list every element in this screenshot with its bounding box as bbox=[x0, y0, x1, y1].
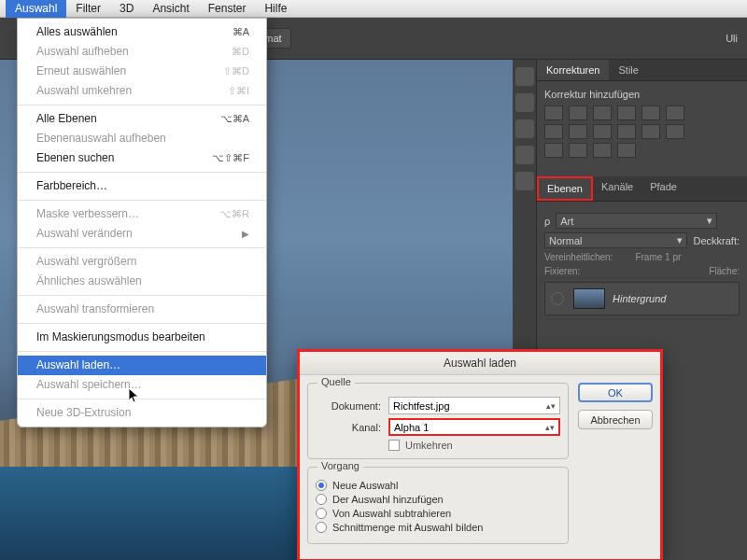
fieldset-quelle: Quelle Dokument: Richtfest.jpg▴▾ Kanal: … bbox=[307, 383, 569, 459]
cancel-button[interactable]: Abbrechen bbox=[578, 410, 653, 429]
menuitem-auswahl-aufheben: Auswahl aufheben⌘D bbox=[18, 42, 266, 62]
eye-icon[interactable] bbox=[551, 292, 564, 305]
menu-separator bbox=[18, 399, 266, 399]
adj-icon[interactable] bbox=[666, 124, 684, 139]
username-label: Uli bbox=[726, 33, 738, 44]
tab-ebenen[interactable]: Ebenen bbox=[537, 176, 593, 201]
panel-icon[interactable] bbox=[515, 119, 534, 138]
layer-filter-select[interactable]: Art▾ bbox=[556, 213, 717, 229]
menubar: Auswahl Filter 3D Ansicht Fenster Hilfe bbox=[0, 0, 747, 18]
adj-icon[interactable] bbox=[617, 124, 636, 139]
frame-label: Frame 1 pr bbox=[635, 252, 681, 262]
dokument-select[interactable]: Richtfest.jpg▴▾ bbox=[388, 397, 560, 414]
adj-icon[interactable] bbox=[617, 105, 636, 120]
dokument-label: Dokument: bbox=[316, 400, 381, 412]
menu-3d[interactable]: 3D bbox=[110, 0, 143, 18]
adj-icon[interactable] bbox=[544, 105, 563, 120]
layer-name: Hintergrund bbox=[613, 293, 666, 304]
radio-icon bbox=[316, 508, 327, 519]
radio-neue-auswahl[interactable]: Neue Auswahl bbox=[316, 480, 560, 491]
kanal-label: Kanal: bbox=[316, 422, 381, 433]
adj-icon[interactable] bbox=[544, 124, 563, 139]
menu-auswahl[interactable]: Auswahl bbox=[6, 0, 66, 18]
radio-hinzufuegen[interactable]: Der Auswahl hinzufügen bbox=[316, 494, 560, 505]
dialog-title: Auswahl laden bbox=[300, 352, 660, 375]
vorgang-legend: Vorgang bbox=[317, 460, 363, 471]
quelle-legend: Quelle bbox=[317, 376, 355, 387]
panel-icon[interactable] bbox=[515, 67, 534, 86]
adj-icon[interactable] bbox=[593, 105, 612, 120]
radio-subtrahieren[interactable]: Von Auswahl subtrahieren bbox=[316, 508, 560, 519]
kanal-select[interactable]: Alpha 1▴▾ bbox=[388, 418, 560, 436]
adj-icon[interactable] bbox=[544, 143, 563, 158]
menuitem-erneut-auswaehlen: Erneut auswählen⇧⌘D bbox=[18, 62, 266, 81]
menuitem-alle-ebenen[interactable]: Alle Ebenen⌥⌘A bbox=[18, 109, 266, 129]
checkbox-icon bbox=[388, 440, 400, 451]
adj-icon[interactable] bbox=[641, 105, 660, 120]
menu-separator bbox=[18, 351, 266, 352]
menuitem-auswahl-speichern: Auswahl speichern… bbox=[18, 375, 266, 395]
radio-icon bbox=[316, 494, 327, 505]
menuitem-ebenenauswahl-aufheben: Ebenenauswahl aufheben bbox=[18, 129, 266, 148]
adj-icon[interactable] bbox=[666, 105, 684, 120]
menuitem-neue-3d-extrusion: Neue 3D-Extrusion bbox=[18, 403, 266, 423]
menuitem-auswahl-vergroessern: Auswahl vergrößern bbox=[18, 252, 266, 272]
tab-stile[interactable]: Stile bbox=[609, 60, 647, 80]
adj-icon[interactable] bbox=[569, 143, 587, 158]
menu-fenster[interactable]: Fenster bbox=[199, 0, 256, 18]
menu-separator bbox=[18, 295, 266, 296]
dialog-auswahl-laden: Auswahl laden Quelle Dokument: Richtfest… bbox=[297, 349, 663, 560]
menu-separator bbox=[18, 200, 266, 201]
adj-icon[interactable] bbox=[617, 143, 636, 158]
menuitem-aehnliches-auswaehlen: Ähnliches auswählen bbox=[18, 272, 266, 291]
tab-kanaele[interactable]: Kanäle bbox=[593, 176, 641, 201]
lock-label: Fixieren: bbox=[544, 266, 580, 276]
menuitem-auswahl-transformieren: Auswahl transformieren bbox=[18, 300, 266, 319]
radio-icon bbox=[316, 522, 327, 533]
radio-icon bbox=[316, 480, 327, 491]
fill-label: Fläche: bbox=[709, 266, 740, 276]
auswahl-dropdown: Alles auswählen⌘A Auswahl aufheben⌘D Ern… bbox=[17, 18, 267, 427]
menu-separator bbox=[18, 323, 266, 324]
layer-row-background[interactable]: Hintergrund bbox=[544, 282, 740, 315]
tab-pfade[interactable]: Pfade bbox=[641, 176, 685, 201]
menuitem-maskierungsmodus[interactable]: Im Maskierungsmodus bearbeiten bbox=[18, 328, 266, 347]
adj-icon[interactable] bbox=[593, 124, 612, 139]
menu-hilfe[interactable]: Hilfe bbox=[255, 0, 296, 18]
panel-icon[interactable] bbox=[515, 146, 534, 164]
menuitem-auswahl-umkehren: Auswahl umkehren⇧⌘I bbox=[18, 81, 266, 101]
menu-separator bbox=[18, 247, 266, 248]
menuitem-farbbereich[interactable]: Farbbereich… bbox=[18, 176, 266, 196]
panel-icon[interactable] bbox=[515, 172, 534, 190]
menuitem-ebenen-suchen[interactable]: Ebenen suchen⌥⇧⌘F bbox=[18, 148, 266, 168]
layers-body: ρ Art▾ Normal▾ Deckkraft: Vereinheitlich… bbox=[537, 202, 747, 323]
menu-filter[interactable]: Filter bbox=[66, 0, 110, 18]
layer-filter-label: ρ bbox=[544, 216, 550, 227]
blend-mode-select[interactable]: Normal▾ bbox=[544, 232, 687, 248]
adj-icon[interactable] bbox=[593, 143, 612, 158]
menu-separator bbox=[18, 105, 266, 105]
layers-tabs: Ebenen Kanäle Pfade bbox=[537, 176, 747, 202]
ok-button[interactable]: OK bbox=[578, 383, 653, 402]
menuitem-alles-auswaehlen[interactable]: Alles auswählen⌘A bbox=[18, 22, 266, 42]
fieldset-vorgang: Vorgang Neue Auswahl Der Auswahl hinzufü… bbox=[307, 467, 569, 544]
layer-thumbnail bbox=[573, 288, 605, 309]
menuitem-maske-verbessern: Maske verbessern…⌥⌘R bbox=[18, 204, 266, 224]
tab-korrekturen[interactable]: Korrekturen bbox=[537, 60, 609, 80]
adj-icon[interactable] bbox=[569, 105, 587, 120]
menu-separator bbox=[18, 172, 266, 173]
menuitem-auswahl-laden[interactable]: Auswahl laden… bbox=[18, 356, 266, 375]
adj-icon[interactable] bbox=[569, 124, 587, 139]
umkehren-checkbox[interactable]: Umkehren bbox=[388, 440, 560, 451]
menu-ansicht[interactable]: Ansicht bbox=[143, 0, 198, 18]
corrections-body: Korrektur hinzufügen bbox=[537, 81, 747, 169]
panel-icon[interactable] bbox=[515, 93, 534, 112]
menuitem-auswahl-veraendern: Auswahl verändern▶ bbox=[18, 224, 266, 244]
corrections-tabs: Korrekturen Stile bbox=[537, 60, 747, 81]
opacity-label: Deckkraft: bbox=[693, 235, 740, 246]
corrections-subtitle: Korrektur hinzufügen bbox=[544, 89, 740, 100]
unify-label: Vereinheitlichen: bbox=[544, 252, 613, 262]
adj-icon[interactable] bbox=[641, 124, 660, 139]
radio-schnittmenge[interactable]: Schnittmenge mit Auswahl bilden bbox=[316, 522, 560, 533]
